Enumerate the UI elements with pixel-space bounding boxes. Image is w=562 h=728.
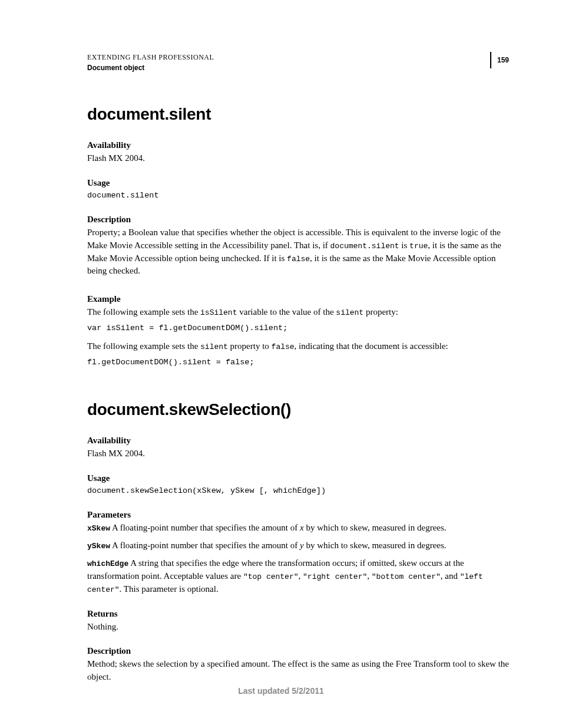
description-text: Property; a Boolean value that specifies… (87, 226, 509, 278)
desc-c1: document.silent (330, 242, 399, 251)
param3-s3: , and (441, 571, 460, 581)
ex1-ta: The following example sets the (87, 307, 200, 317)
description-label: Description (87, 215, 509, 225)
availability-label-2: Availability (87, 436, 509, 446)
availability-text: Flash MX 2004. (87, 152, 509, 165)
param-yskew: ySkew A floating-point number that speci… (87, 539, 509, 552)
param-whichedge: whichEdge A string that specifies the ed… (87, 557, 509, 596)
returns-label: Returns (87, 609, 509, 619)
ex2-ca: silent (200, 342, 228, 351)
param3-tb: . This parameter is optional. (120, 584, 219, 594)
ex1-tc: property: (363, 307, 398, 317)
example-label: Example (87, 294, 509, 304)
availability-text-2: Flash MX 2004. (87, 447, 509, 460)
section-heading-silent: document.silent (87, 105, 509, 124)
param3-c2: "right center" (303, 572, 367, 581)
param1-name: xSkew (87, 524, 110, 533)
param3-s1: , (299, 571, 303, 581)
ex1-tb: variable to the value of the (237, 307, 336, 317)
page-number: 159 (490, 52, 509, 68)
ex2-tb: property to (228, 341, 272, 351)
example-text-1: The following example sets the isSilent … (87, 306, 509, 319)
desc-c3: false (287, 255, 310, 263)
page-footer: Last updated 5/2/2011 (0, 686, 562, 696)
param-xskew: xSkew A floating-point number that speci… (87, 522, 509, 535)
ex2-cb: false (272, 342, 295, 351)
usage-code: document.silent (87, 190, 509, 202)
desc-c2: true (409, 242, 428, 251)
param3-c3: "bottom center" (372, 572, 441, 581)
param3-name: whichEdge (87, 559, 128, 568)
description-text-2: Method; skews the selection by a specifi… (87, 658, 509, 684)
page-header: EXTENDING FLASH PROFESSIONAL Document ob… (87, 52, 509, 73)
header-left: EXTENDING FLASH PROFESSIONAL Document ob… (87, 52, 214, 73)
ex2-ta: The following example sets the (87, 341, 200, 351)
usage-code-2: document.skewSelection(xSkew, ySkew [, w… (87, 485, 509, 497)
availability-label: Availability (87, 140, 509, 150)
ex1-cb: silent (336, 308, 363, 317)
usage-label: Usage (87, 178, 509, 188)
section-heading-skew: document.skewSelection() (87, 400, 509, 419)
param1-i: x (300, 523, 304, 532)
ex1-ca: isSilent (200, 308, 237, 317)
example-code-1: var isSilent = fl.getDocumentDOM().silen… (87, 322, 509, 334)
param3-c1: "top center" (243, 572, 299, 581)
usage-label-2: Usage (87, 473, 509, 483)
param2-ta: A floating-point number that specifies t… (110, 541, 300, 550)
parameters-label: Parameters (87, 510, 509, 520)
ex2-tc: , indicating that the document is access… (295, 341, 448, 351)
example-code-2: fl.getDocumentDOM().silent = false; (87, 357, 509, 368)
returns-text: Nothing. (87, 621, 509, 634)
param1-tb: by which to skew, measured in degrees. (304, 523, 447, 532)
param1-ta: A floating-point number that specifies t… (110, 523, 300, 532)
example-text-2: The following example sets the silent pr… (87, 340, 509, 353)
param2-name: ySkew (87, 542, 110, 551)
description-label-2: Description (87, 646, 509, 656)
param3-s2: , (367, 571, 372, 581)
param2-tb: by which to skew, measured in degrees. (304, 541, 447, 550)
doc-subtitle: Document object (87, 62, 214, 73)
param2-i: y (300, 541, 304, 550)
doc-title: EXTENDING FLASH PROFESSIONAL (87, 52, 214, 62)
desc-t2: is (399, 241, 410, 250)
